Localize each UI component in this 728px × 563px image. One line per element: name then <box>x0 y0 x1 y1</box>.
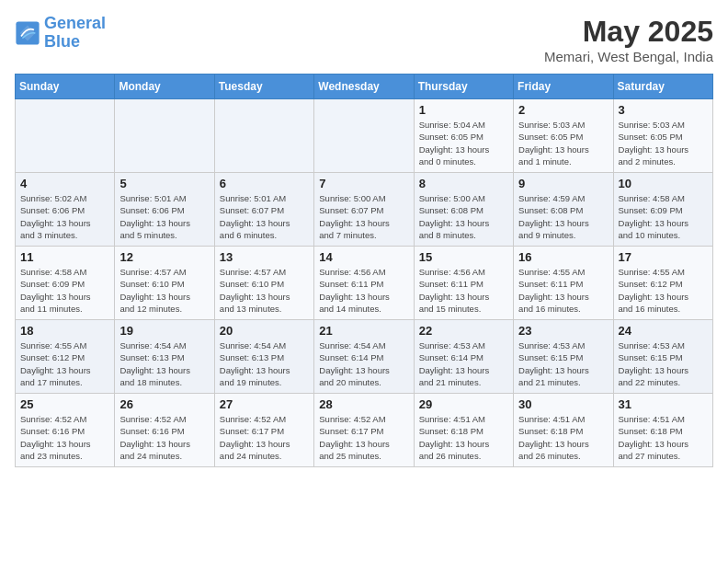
day-number: 25 <box>20 397 109 411</box>
calendar-cell: 13Sunrise: 4:57 AM Sunset: 6:10 PM Dayli… <box>214 247 313 320</box>
day-number: 12 <box>119 250 209 264</box>
calendar-cell: 1Sunrise: 5:04 AM Sunset: 6:05 PM Daylig… <box>414 99 513 173</box>
day-info: Sunrise: 5:02 AM Sunset: 6:06 PM Dayligh… <box>20 192 109 241</box>
day-info: Sunrise: 4:52 AM Sunset: 6:16 PM Dayligh… <box>119 413 209 462</box>
calendar-cell: 31Sunrise: 4:51 AM Sunset: 6:18 PM Dayli… <box>613 394 712 467</box>
day-number: 9 <box>518 177 608 190</box>
calendar-cell: 11Sunrise: 4:58 AM Sunset: 6:09 PM Dayli… <box>16 247 115 320</box>
weekday-header: Sunday <box>16 75 115 99</box>
calendar-cell: 14Sunrise: 4:56 AM Sunset: 6:11 PM Dayli… <box>314 247 414 320</box>
calendar-cell: 12Sunrise: 4:57 AM Sunset: 6:10 PM Dayli… <box>115 247 214 320</box>
weekday-header: Wednesday <box>314 75 414 99</box>
day-number: 18 <box>20 324 109 338</box>
day-number: 6 <box>220 177 309 190</box>
day-number: 14 <box>319 250 408 264</box>
calendar-week-row: 18Sunrise: 4:55 AM Sunset: 6:12 PM Dayli… <box>16 320 713 394</box>
calendar-cell: 21Sunrise: 4:54 AM Sunset: 6:14 PM Dayli… <box>314 320 414 394</box>
day-number: 28 <box>319 397 408 411</box>
day-number: 20 <box>220 324 309 338</box>
day-info: Sunrise: 4:55 AM Sunset: 6:12 PM Dayligh… <box>20 339 109 388</box>
day-info: Sunrise: 4:54 AM Sunset: 6:13 PM Dayligh… <box>220 339 309 388</box>
day-info: Sunrise: 4:56 AM Sunset: 6:11 PM Dayligh… <box>419 266 508 315</box>
day-number: 22 <box>419 324 508 338</box>
calendar-cell: 9Sunrise: 4:59 AM Sunset: 6:08 PM Daylig… <box>514 173 613 247</box>
calendar-cell: 16Sunrise: 4:55 AM Sunset: 6:11 PM Dayli… <box>514 247 613 320</box>
day-number: 17 <box>619 250 708 264</box>
weekday-header: Monday <box>115 75 214 99</box>
calendar-cell <box>314 99 414 173</box>
day-number: 11 <box>20 250 109 264</box>
day-info: Sunrise: 4:55 AM Sunset: 6:12 PM Dayligh… <box>619 266 708 315</box>
day-number: 30 <box>518 397 608 411</box>
calendar-cell: 10Sunrise: 4:58 AM Sunset: 6:09 PM Dayli… <box>613 173 712 247</box>
day-info: Sunrise: 4:57 AM Sunset: 6:10 PM Dayligh… <box>220 266 309 315</box>
day-info: Sunrise: 4:54 AM Sunset: 6:13 PM Dayligh… <box>119 339 209 388</box>
calendar-header-row: SundayMondayTuesdayWednesdayThursdayFrid… <box>16 75 713 99</box>
logo-icon <box>15 20 40 46</box>
calendar-cell: 30Sunrise: 4:51 AM Sunset: 6:18 PM Dayli… <box>514 394 613 467</box>
day-number: 16 <box>518 250 608 264</box>
day-number: 4 <box>20 177 109 190</box>
calendar-week-row: 25Sunrise: 4:52 AM Sunset: 6:16 PM Dayli… <box>16 394 713 467</box>
calendar-week-row: 4Sunrise: 5:02 AM Sunset: 6:06 PM Daylig… <box>16 173 713 247</box>
weekday-header: Friday <box>514 75 613 99</box>
day-info: Sunrise: 4:52 AM Sunset: 6:16 PM Dayligh… <box>20 413 109 462</box>
calendar-cell: 8Sunrise: 5:00 AM Sunset: 6:08 PM Daylig… <box>414 173 513 247</box>
day-info: Sunrise: 4:52 AM Sunset: 6:17 PM Dayligh… <box>319 413 408 462</box>
day-number: 13 <box>220 250 309 264</box>
day-number: 24 <box>619 324 708 338</box>
calendar-cell <box>214 99 313 173</box>
calendar-cell: 3Sunrise: 5:03 AM Sunset: 6:05 PM Daylig… <box>613 99 712 173</box>
calendar-cell: 19Sunrise: 4:54 AM Sunset: 6:13 PM Dayli… <box>115 320 214 394</box>
calendar-cell: 18Sunrise: 4:55 AM Sunset: 6:12 PM Dayli… <box>16 320 115 394</box>
day-info: Sunrise: 4:53 AM Sunset: 6:15 PM Dayligh… <box>619 339 708 388</box>
calendar-cell: 5Sunrise: 5:01 AM Sunset: 6:06 PM Daylig… <box>115 173 214 247</box>
day-info: Sunrise: 5:01 AM Sunset: 6:06 PM Dayligh… <box>119 192 209 241</box>
calendar-cell: 29Sunrise: 4:51 AM Sunset: 6:18 PM Dayli… <box>414 394 513 467</box>
day-info: Sunrise: 5:03 AM Sunset: 6:05 PM Dayligh… <box>619 119 708 167</box>
day-info: Sunrise: 4:56 AM Sunset: 6:11 PM Dayligh… <box>319 266 408 315</box>
day-info: Sunrise: 4:51 AM Sunset: 6:18 PM Dayligh… <box>619 413 708 462</box>
day-number: 27 <box>220 397 309 411</box>
day-info: Sunrise: 5:03 AM Sunset: 6:05 PM Dayligh… <box>518 119 608 167</box>
day-number: 7 <box>319 177 408 190</box>
calendar-cell: 4Sunrise: 5:02 AM Sunset: 6:06 PM Daylig… <box>16 173 115 247</box>
day-info: Sunrise: 4:51 AM Sunset: 6:18 PM Dayligh… <box>518 413 608 462</box>
day-info: Sunrise: 4:52 AM Sunset: 6:17 PM Dayligh… <box>220 413 309 462</box>
day-number: 19 <box>119 324 209 338</box>
title-block: May 2025 Memari, West Bengal, India <box>544 15 713 64</box>
day-number: 29 <box>419 397 508 411</box>
day-number: 3 <box>619 103 708 117</box>
weekday-header: Tuesday <box>214 75 313 99</box>
calendar-table: SundayMondayTuesdayWednesdayThursdayFrid… <box>15 74 713 467</box>
calendar-cell: 15Sunrise: 4:56 AM Sunset: 6:11 PM Dayli… <box>414 247 513 320</box>
page-header: General Blue May 2025 Memari, West Benga… <box>15 15 713 64</box>
month-title: May 2025 <box>544 15 713 49</box>
calendar-cell: 22Sunrise: 4:53 AM Sunset: 6:14 PM Dayli… <box>414 320 513 394</box>
calendar-cell <box>16 99 115 173</box>
day-number: 1 <box>419 103 508 117</box>
calendar-cell: 6Sunrise: 5:01 AM Sunset: 6:07 PM Daylig… <box>214 173 313 247</box>
logo: General Blue <box>15 15 106 52</box>
day-info: Sunrise: 4:58 AM Sunset: 6:09 PM Dayligh… <box>619 192 708 241</box>
day-number: 31 <box>619 397 708 411</box>
day-info: Sunrise: 5:00 AM Sunset: 6:08 PM Dayligh… <box>419 192 508 241</box>
day-info: Sunrise: 5:01 AM Sunset: 6:07 PM Dayligh… <box>220 192 309 241</box>
day-number: 21 <box>319 324 408 338</box>
day-info: Sunrise: 4:53 AM Sunset: 6:14 PM Dayligh… <box>419 339 508 388</box>
calendar-cell: 17Sunrise: 4:55 AM Sunset: 6:12 PM Dayli… <box>613 247 712 320</box>
day-number: 23 <box>518 324 608 338</box>
day-info: Sunrise: 4:55 AM Sunset: 6:11 PM Dayligh… <box>518 266 608 315</box>
calendar-week-row: 11Sunrise: 4:58 AM Sunset: 6:09 PM Dayli… <box>16 247 713 320</box>
calendar-cell: 28Sunrise: 4:52 AM Sunset: 6:17 PM Dayli… <box>314 394 414 467</box>
day-number: 5 <box>119 177 209 190</box>
calendar-cell: 27Sunrise: 4:52 AM Sunset: 6:17 PM Dayli… <box>214 394 313 467</box>
weekday-header: Saturday <box>613 75 712 99</box>
day-info: Sunrise: 4:53 AM Sunset: 6:15 PM Dayligh… <box>518 339 608 388</box>
calendar-week-row: 1Sunrise: 5:04 AM Sunset: 6:05 PM Daylig… <box>16 99 713 173</box>
weekday-header: Thursday <box>414 75 513 99</box>
calendar-cell: 25Sunrise: 4:52 AM Sunset: 6:16 PM Dayli… <box>16 394 115 467</box>
day-number: 26 <box>119 397 209 411</box>
day-number: 15 <box>419 250 508 264</box>
calendar-cell: 2Sunrise: 5:03 AM Sunset: 6:05 PM Daylig… <box>514 99 613 173</box>
